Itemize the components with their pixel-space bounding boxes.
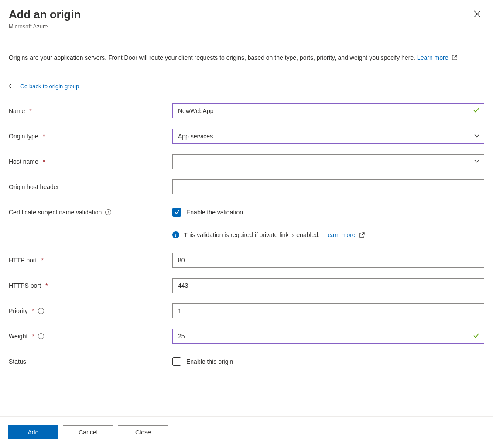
enable-validation-checkbox[interactable] — [172, 208, 181, 217]
description: Origins are your application servers. Fr… — [9, 52, 484, 64]
priority-input[interactable] — [172, 303, 484, 318]
close-icon[interactable] — [474, 10, 481, 17]
required-marker: * — [29, 107, 31, 114]
learn-more-link[interactable]: Learn more — [417, 54, 457, 61]
info-icon[interactable]: i — [105, 209, 111, 215]
status-label: Status — [9, 358, 26, 365]
cancel-button[interactable]: Cancel — [63, 425, 113, 439]
host-name-select[interactable] — [172, 154, 484, 169]
required-marker: * — [45, 282, 48, 289]
panel-title: Add an origin — [9, 8, 484, 21]
origin-type-select[interactable] — [172, 129, 484, 144]
origin-host-header-label: Origin host header — [9, 183, 59, 190]
weight-input[interactable] — [172, 329, 484, 344]
info-icon[interactable]: i — [38, 333, 44, 339]
priority-label: Priority — [9, 307, 28, 314]
validation-info-text: This validation is required if private l… — [184, 231, 320, 238]
go-back-link[interactable]: Go back to origin group — [20, 83, 79, 90]
https-port-label: HTTPS port — [9, 282, 41, 289]
weight-label: Weight — [9, 333, 27, 340]
info-badge-icon: i — [172, 231, 179, 238]
external-link-icon — [359, 232, 365, 238]
arrow-left-icon — [9, 83, 16, 89]
add-button[interactable]: Add — [8, 425, 58, 439]
external-link-icon — [452, 55, 457, 61]
http-port-label: HTTP port — [9, 257, 37, 264]
http-port-input[interactable] — [172, 253, 484, 268]
panel-subtitle: Microsoft Azure — [9, 23, 484, 30]
enable-origin-checkbox[interactable] — [172, 357, 181, 366]
name-label: Name — [9, 107, 25, 114]
required-marker: * — [32, 333, 34, 340]
required-marker: * — [32, 307, 34, 314]
check-icon — [174, 209, 180, 215]
validation-learn-more-link[interactable]: Learn more — [324, 231, 364, 238]
host-name-label: Host name — [9, 158, 38, 165]
close-button[interactable]: Close — [118, 425, 168, 439]
enable-origin-label: Enable this origin — [186, 358, 233, 365]
name-input[interactable] — [172, 103, 484, 118]
origin-host-header-input[interactable] — [172, 179, 484, 194]
https-port-input[interactable] — [172, 278, 484, 293]
origin-type-label: Origin type — [9, 133, 38, 140]
info-icon[interactable]: i — [38, 308, 44, 314]
required-marker: * — [41, 257, 43, 264]
description-text: Origins are your application servers. Fr… — [9, 54, 417, 61]
cert-validation-label: Certificate subject name validation — [9, 209, 102, 216]
required-marker: * — [43, 133, 45, 140]
enable-validation-label: Enable the validation — [186, 209, 243, 216]
required-marker: * — [43, 158, 45, 165]
